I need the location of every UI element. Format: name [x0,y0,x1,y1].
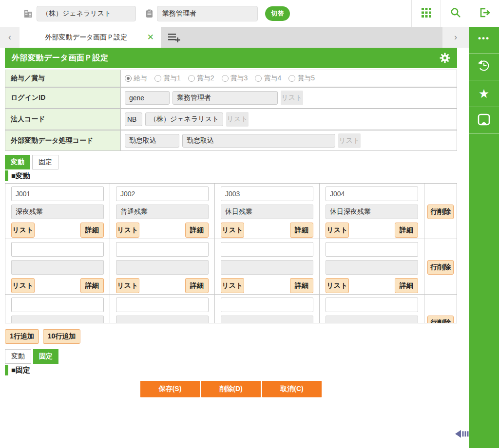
grid-delete-cell: 行削除 [424,295,457,323]
radio-button-icon[interactable] [188,75,195,82]
tab-scroll-left-button[interactable]: ‹ [0,27,19,48]
back-arrow-icon [455,429,469,438]
radio-button-icon[interactable] [154,75,161,82]
tab-external-variable-data[interactable]: 外部変動データ画面Ｐ設定 ✕ [19,27,161,48]
radio-button-icon[interactable] [125,75,132,82]
list-button[interactable]: リスト [11,223,35,238]
detail-button[interactable]: 詳細 [290,278,313,293]
radio-bonus3[interactable]: 賞与3 [222,74,248,83]
grid-cell: リスト詳細 [5,295,110,323]
list-button[interactable]: リスト [221,223,244,238]
company-input[interactable] [37,6,136,21]
corp-name-input [145,112,223,126]
item-code-input[interactable] [221,187,313,201]
form-row-process-code: 外部変動データ処理コード リスト [5,130,457,151]
item-name-input [11,316,104,323]
radio-label: 賞与1 [163,74,181,83]
radio-bonus2[interactable]: 賞与2 [188,74,214,83]
row-delete-button[interactable]: 行削除 [427,316,454,323]
detail-button[interactable]: 詳細 [395,278,418,293]
item-code-input[interactable] [11,242,104,257]
radio-button-icon[interactable] [222,75,229,82]
sidebar-favorites-button[interactable]: ★ [469,80,499,107]
add-one-row-button[interactable]: 1行追加 [5,329,39,344]
item-code-input[interactable] [326,298,418,312]
logout-icon [479,7,491,20]
apps-grid-icon [422,8,431,19]
grid-cell: リスト詳細 [5,184,110,239]
radio-bonus4[interactable]: 賞与4 [255,74,281,83]
radio-button-icon[interactable] [255,75,262,82]
item-code-input[interactable] [326,242,418,257]
list-button[interactable]: リスト [221,278,244,293]
add-ten-rows-button[interactable]: 10行追加 [43,329,81,344]
grid-row-1: リスト詳細 リスト詳細 リスト詳細 リス [5,184,457,239]
detail-button[interactable]: 詳細 [290,223,313,238]
tab-variable[interactable]: 変動 [5,155,30,169]
process-code-list-button[interactable]: リスト [338,133,361,148]
corp-code-list-button[interactable]: リスト [226,112,249,127]
item-name-input [116,205,209,219]
detail-button[interactable]: 詳細 [395,223,418,238]
delete-button[interactable]: 削除(D) [201,381,261,397]
sidebar-tray-button[interactable] [469,107,499,134]
section-title: ■変動 [11,171,30,181]
tab-variable-bottom[interactable]: 変動 [5,349,31,364]
payroll-bonus-label: 給与／賞与 [5,70,121,87]
detail-button[interactable]: 詳細 [80,278,104,293]
radio-button-icon[interactable] [288,75,295,82]
switch-button[interactable]: 切替 [265,6,290,21]
item-code-input[interactable] [11,298,104,312]
item-code-input[interactable] [116,242,209,257]
tab-fixed[interactable]: 固定 [32,155,58,169]
item-code-input[interactable] [221,298,313,312]
star-icon: ★ [479,88,489,100]
list-button[interactable]: リスト [116,223,139,238]
tab-scroll-right-button[interactable]: › [442,27,469,48]
radio-salary[interactable]: 給与 [125,74,147,83]
add-tab-button[interactable] [168,27,180,48]
item-code-input[interactable] [116,298,209,312]
detail-button[interactable]: 詳細 [80,223,104,238]
tab-close-icon[interactable]: ✕ [145,32,156,42]
gear-icon [440,53,450,63]
section-accent-bar [5,365,8,375]
list-button[interactable]: リスト [326,223,349,238]
list-button[interactable]: リスト [11,278,35,293]
radio-bonus5[interactable]: 賞与5 [288,74,315,83]
grid-delete-cell: 行削除 [424,184,457,239]
tab-title: 外部変動データ画面Ｐ設定 [27,33,145,42]
collapse-sidebar-button[interactable] [455,429,469,440]
detail-button[interactable]: 詳細 [185,223,209,238]
list-button[interactable]: リスト [116,278,139,293]
item-code-input[interactable] [221,242,313,257]
tab-fixed-bottom[interactable]: 固定 [33,349,58,364]
login-id-list-button[interactable]: リスト [281,91,303,105]
sidebar-history-button[interactable] [469,54,499,80]
list-button[interactable]: リスト [326,278,349,293]
sidebar-more-button[interactable]: ••• [469,27,499,54]
radio-bonus1[interactable]: 賞与1 [154,74,181,83]
row-delete-button[interactable]: 行削除 [427,205,454,219]
user-role-input[interactable] [157,6,258,21]
detail-button[interactable]: 詳細 [185,278,209,293]
form-row-login-id: ログインID リスト [5,87,457,109]
login-id-label: ログインID [5,88,121,108]
settings-button[interactable] [440,53,450,63]
item-code-input[interactable] [326,187,418,201]
cancel-button[interactable]: 取消(C) [262,381,322,397]
variable-items-grid[interactable]: リスト詳細 リスト詳細 リスト詳細 リス [5,183,457,323]
apps-grid-button[interactable] [411,0,441,27]
item-code-input[interactable] [11,187,104,201]
grid-row-3: リスト詳細 リスト詳細 リスト詳細 リス [5,295,457,323]
grid-cell: リスト詳細 [5,239,110,294]
save-button[interactable]: 保存(S) [140,381,200,397]
item-name-input [221,260,313,275]
grid-delete-cell: 行削除 [424,239,457,294]
logout-button[interactable] [470,0,499,27]
add-tab-icon [168,32,180,43]
radio-label: 賞与4 [264,74,281,83]
row-delete-button[interactable]: 行削除 [427,260,454,275]
item-code-input[interactable] [116,187,209,201]
search-button[interactable] [441,0,470,27]
